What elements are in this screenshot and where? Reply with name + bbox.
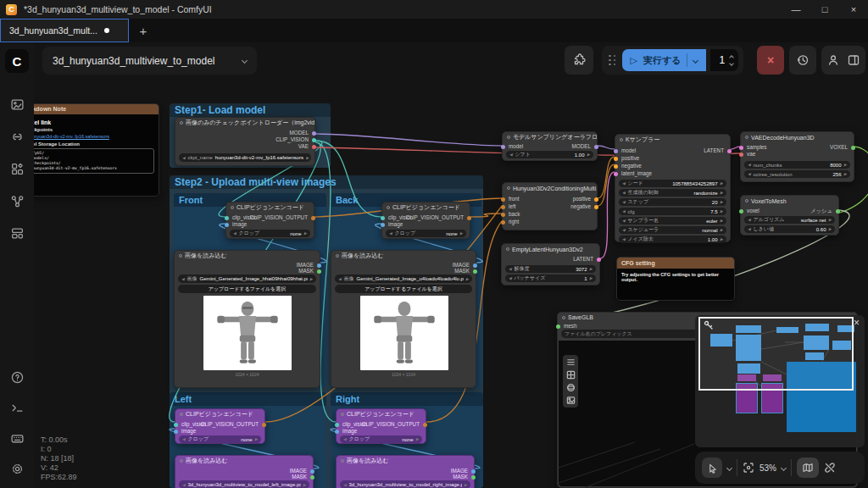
- node-clip-encode-front[interactable]: CLIPビジョンエンコード clip_vision CLIP_VISION_OU…: [225, 202, 314, 239]
- workflow-graph-icon[interactable]: [0, 188, 34, 214]
- user-icon[interactable]: [826, 53, 840, 67]
- account-panel-group: [821, 46, 865, 75]
- map-icon: [802, 462, 814, 474]
- node-clip-encode-back[interactable]: CLIPビジョンエンコード clip_vision CLIP_VISION_OU…: [381, 202, 470, 239]
- node-voxel-to-mesh[interactable]: VoxelToMesh voxel メッシュ ◀アルゴリズムsurface ne…: [740, 195, 839, 236]
- comfyui-app-icon: C: [6, 4, 17, 15]
- port-vae-out[interactable]: VAE: [298, 143, 309, 150]
- model-library-icon[interactable]: [0, 124, 34, 149]
- settings-icon[interactable]: [0, 456, 34, 481]
- run-label: 実行する: [643, 54, 682, 67]
- sidebar-panel-icon[interactable]: [847, 53, 860, 67]
- run-options-chevron-icon[interactable]: [693, 57, 698, 63]
- node-conditioning-multi[interactable]: Hunyuan3Dv2ConditioningMulti... front po…: [502, 182, 598, 230]
- cfg-setting-note[interactable]: CFG setting Try adjusting the CFG settin…: [616, 257, 735, 301]
- note-heading: Model link: [34, 119, 154, 125]
- zoom-chevron-icon[interactable]: [781, 464, 787, 470]
- port-mesh-in[interactable]: mesh: [564, 323, 576, 330]
- workflows-icon[interactable]: [0, 92, 34, 117]
- port-mask-out[interactable]: MASK: [298, 268, 314, 274]
- node-empty-latent[interactable]: EmptyLatentHunyuan3Dv2 LATENT ◀解像度3072▶ …: [501, 243, 600, 286]
- group-right-title: Right: [331, 392, 483, 406]
- minimap-view-rect[interactable]: [698, 317, 854, 391]
- minimap-panel[interactable]: ×: [695, 315, 865, 447]
- knight-image-back: [360, 296, 448, 370]
- wire-latent-in: [600, 172, 615, 258]
- image-file-widget[interactable]: ◀画像Gemini_Generated_Image_hhai09hhai09hh…: [178, 274, 316, 283]
- wire-positive: [598, 157, 615, 198]
- history-button[interactable]: [789, 46, 816, 75]
- node-load-image-left[interactable]: 画像を読み込む IMAGE MASK ◀3d_hunyuan3d_multivi…: [175, 455, 314, 488]
- orbit-icon[interactable]: [566, 383, 576, 392]
- node-ksampler[interactable]: Kサンプラー model LATENT positive negative la…: [615, 134, 731, 242]
- select-tool-button[interactable]: [702, 458, 722, 478]
- ckpt-name-widget[interactable]: ◀ckpt_namehunyuan3d-dit-v2-mv_fp16.safet…: [179, 153, 311, 162]
- node-load-image-right[interactable]: 画像を読み込む IMAGE MASK ◀3d_hunyuan3d_multivi…: [336, 455, 475, 488]
- terminal-icon[interactable]: [0, 395, 34, 420]
- fit-view-icon[interactable]: [743, 462, 754, 474]
- tool-options-chevron-icon[interactable]: [726, 464, 732, 470]
- node-clip-encode-left[interactable]: CLIPビジョンエンコード clip_vision CLIP_VISION_OU…: [175, 408, 265, 444]
- upload-button[interactable]: アップロードするファイルを選択: [335, 285, 472, 293]
- port-model-out[interactable]: MODEL: [290, 130, 309, 136]
- node-graph-canvas[interactable]: Step1- Load model Step2 - Upload multi-v…: [34, 42, 868, 488]
- shift-widget[interactable]: ◀シフト1.00▶: [506, 151, 593, 158]
- port-clipvision-out[interactable]: CLIP_VISION: [275, 136, 309, 143]
- maximize-button[interactable]: □: [810, 0, 839, 19]
- minimap-close-icon[interactable]: ×: [854, 317, 860, 329]
- wire-negative: [598, 164, 615, 206]
- extensions-button[interactable]: [565, 46, 593, 75]
- note-file-tree: ComfyUI/└─ models/ └─ checkpoints/ └─ hu…: [34, 148, 154, 174]
- chevron-down-icon: [242, 58, 248, 64]
- templates-icon[interactable]: [0, 220, 34, 246]
- node-load-image-front[interactable]: 画像を読み込む IMAGE MASK ◀画像Gemini_Generated_I…: [174, 250, 320, 388]
- new-tab-button[interactable]: +: [129, 19, 158, 42]
- port-clipvision-output[interactable]: CLIP_VISION_OUTPUT: [250, 214, 308, 221]
- group-step2-title: Step2 - Upload multi-view images: [170, 175, 483, 189]
- keyboard-icon[interactable]: [0, 425, 34, 451]
- group-step1-title: Step1- Load model: [170, 103, 331, 117]
- export-image-icon[interactable]: [566, 396, 576, 405]
- tab-label: 3d_hunyuan3d_mult...: [9, 25, 97, 36]
- cursor-icon: [707, 463, 718, 474]
- collapse-dot[interactable]: [180, 121, 183, 125]
- port-image-in[interactable]: image: [232, 221, 247, 228]
- group-left-title: Left: [170, 392, 326, 406]
- help-icon[interactable]: [0, 364, 34, 390]
- toggle-links-icon[interactable]: [824, 462, 836, 474]
- history-clock-icon: [796, 53, 810, 67]
- left-sidebar: C: [0, 42, 34, 488]
- note-subheading: Checkpoints: [34, 127, 154, 132]
- workflow-tab-active[interactable]: 3d_hunyuan3d_mult...: [0, 19, 129, 42]
- window-titlebar: C *3d_hunyuan3d_multiview_to_model - Com…: [0, 0, 868, 19]
- note-model-link[interactable]: hunyuan3d-dit-v2-mv..fp16.safetensors: [34, 134, 154, 139]
- grid-icon[interactable]: [566, 370, 576, 380]
- crop-widget[interactable]: ◀クロップnone▶: [230, 230, 310, 237]
- node-vae-decode[interactable]: VAEDecodeHunyuan3D samples VOXEL vae ◀nu…: [740, 131, 854, 182]
- node-model-sampling[interactable]: モデルサンプリングオーラフロー model MODEL ◀シフト1.00▶: [502, 131, 598, 161]
- perf-stats: T: 0.00sI: 0 N: 18 [18]V: 42 FPS:62.89: [41, 435, 77, 482]
- node-clip-encode-right[interactable]: CLIPビジョンエンコード clip_vision CLIP_VISION_OU…: [336, 408, 426, 444]
- node-load-image-back[interactable]: 画像を読み込む IMAGE MASK ◀画像Gemini_Generated_I…: [331, 250, 476, 388]
- workflow-name: 3d_hunyuan3d_multiview_to_model: [53, 55, 214, 67]
- workflow-name-dropdown[interactable]: 3d_hunyuan3d_multiview_to_model: [42, 47, 257, 75]
- close-button[interactable]: ×: [839, 0, 868, 19]
- queue-count-stepper[interactable]: 1: [710, 49, 738, 71]
- node-library-icon[interactable]: [0, 156, 34, 181]
- drag-handle-icon[interactable]: [609, 55, 616, 66]
- run-button[interactable]: ▷ 実行する: [622, 49, 707, 71]
- zoom-level[interactable]: 53%: [760, 463, 776, 473]
- wire-model-1: [315, 134, 502, 146]
- image-size-caption: 1024 × 1024: [175, 372, 320, 377]
- minimize-button[interactable]: —: [782, 0, 810, 19]
- menu-icon[interactable]: [566, 358, 576, 367]
- knight-image-front: [203, 296, 292, 370]
- node-checkpoint-loader[interactable]: 画像のみのチェックポイントローダー（img2vidモ... MODEL CLIP…: [175, 117, 315, 166]
- cancel-run-button[interactable]: ×: [757, 46, 784, 75]
- minimap-toggle-button[interactable]: [797, 458, 819, 478]
- comfyui-logo-button[interactable]: C: [5, 49, 29, 73]
- upload-button[interactable]: アップロードするファイルを選択: [178, 285, 316, 293]
- markdown-note[interactable]: Markdown Note Model link Checkpoints hun…: [34, 103, 159, 197]
- wire-model-2: [598, 146, 615, 149]
- run-toolbar: ▷ 実行する 1: [602, 46, 743, 75]
